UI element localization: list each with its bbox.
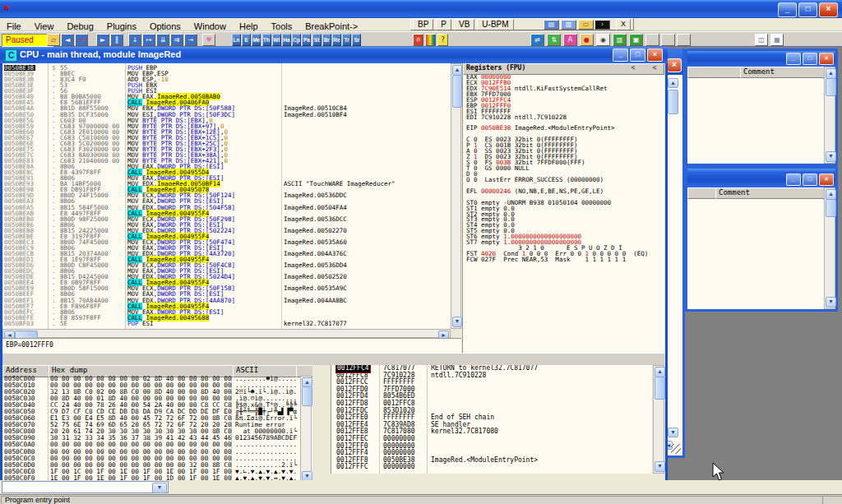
menu-item-help[interactable]: Help: [233, 20, 265, 31]
toolbar-blank-button[interactable]: [661, 34, 675, 46]
scroll-up-icon[interactable]: ▲: [668, 78, 678, 88]
cpu-window-titlebar[interactable]: C CPU - main thread, module ImageRed _ □…: [0, 47, 668, 63]
toolbar-button-e[interactable]: E: [242, 34, 251, 46]
toolbar-button-th[interactable]: Th: [262, 34, 271, 46]
go-back-icon[interactable]: ◄: [61, 34, 74, 46]
window-doc-icon[interactable]: ▤: [544, 20, 559, 30]
panel-layout-icon[interactable]: ◫: [755, 34, 768, 46]
execute-till-return-icon[interactable]: →: [184, 34, 197, 46]
toolbar-button-pa[interactable]: Pa: [302, 34, 311, 46]
toolbar-button-br[interactable]: Br: [322, 34, 331, 46]
minimize-button[interactable]: _: [786, 173, 801, 186]
comment-window-top-titlebar[interactable]: _ □ ×: [687, 51, 835, 67]
registers-pane[interactable]: Registers (FPU) < < EAX 00000000ECX 0012…: [462, 63, 664, 353]
scrollbar-thumb[interactable]: [668, 90, 678, 114]
dump-scrollbar[interactable]: ▲ ▼: [300, 376, 312, 483]
toolbar-blank-button[interactable]: [645, 34, 659, 46]
minimize-button[interactable]: _: [778, 2, 797, 17]
pane-arrow-icon[interactable]: <: [649, 64, 660, 72]
disassembly-pane[interactable]: 0050BE38$55PUSH EBP0050BE39.8BECMOV EBP,…: [2, 63, 451, 329]
memory-dump-pane[interactable]: AddressHex dumpASCII 0050C00000 00 00 00…: [2, 365, 312, 488]
toolbar-button-re[interactable]: Re: [332, 34, 341, 46]
pane-arrow-icon[interactable]: <: [627, 64, 639, 72]
stack-row[interactable]: 0012FFC47C817077RETURN to kernel32.7C817…: [331, 365, 652, 372]
menu-item-options[interactable]: Options: [143, 20, 187, 31]
help-icon[interactable]: ?: [437, 34, 448, 46]
register-line[interactable]: FCW 027F Prec NEAR,53 Mask 1 1 1 1 1 1: [463, 257, 664, 263]
menu-item-window[interactable]: Window: [187, 20, 233, 31]
bp-toolbar-button-bp[interactable]: BP: [413, 19, 433, 30]
disassembly-scrollbar[interactable]: ▲ ▼: [451, 63, 461, 329]
column-header-comment[interactable]: Comment: [740, 67, 828, 78]
toolbar-blank-button[interactable]: [677, 34, 691, 46]
bp-toolbar-button-vb[interactable]: VB: [454, 19, 474, 30]
stack-row[interactable]: 0012FFF000000000: [331, 443, 652, 451]
restart-icon[interactable]: ♥: [202, 34, 215, 46]
minimize-button[interactable]: _: [613, 49, 628, 62]
menu-item-plugins[interactable]: Plugins: [100, 20, 143, 31]
animate-over-icon[interactable]: ⇉: [170, 34, 183, 46]
register-line[interactable]: T 0 GS 0000 NULL: [463, 166, 664, 172]
appearance-icon[interactable]: [425, 34, 436, 46]
notepad-icon[interactable]: ▥: [561, 20, 576, 30]
maximize-button[interactable]: □: [803, 53, 817, 65]
toolbar-button-ln[interactable]: Ln: [232, 34, 241, 46]
step-into-icon[interactable]: ↓: [128, 34, 141, 46]
stack-row[interactable]: 0012FFD07FFD7000: [331, 386, 652, 394]
toolbar-button-tr[interactable]: Tr: [342, 34, 351, 46]
toolbar-button-me[interactable]: Me: [252, 34, 261, 46]
close-program-icon[interactable]: ×: [75, 34, 88, 46]
title-bar[interactable]: * _ □ ×: [0, 0, 842, 18]
stack-row[interactable]: 0012FFFC00000000: [331, 464, 652, 471]
console-icon[interactable]: ›: [594, 20, 610, 30]
close-button[interactable]: ×: [647, 49, 663, 62]
hidden-window-close-button[interactable]: ×: [667, 58, 682, 72]
comment-window-bottom[interactable]: _ □ × Comment ▲ ▼: [685, 166, 838, 312]
bp-toolbar-close-button[interactable]: X: [616, 19, 631, 30]
close-button[interactable]: ×: [819, 173, 834, 186]
record-icon[interactable]: ●: [580, 34, 594, 46]
stack-pane[interactable]: 0012FFC47C817077RETURN to kernel32.7C817…: [331, 365, 652, 474]
swap-panes-icon[interactable]: ⇄: [530, 34, 544, 46]
bp-toolbar-button-p[interactable]: P: [436, 19, 451, 30]
update-icon[interactable]: ⇅: [547, 34, 561, 46]
restore-button[interactable]: □: [798, 2, 817, 17]
step-over-icon[interactable]: ↦: [142, 34, 155, 46]
toolbar-button-cp[interactable]: Cp: [292, 34, 301, 46]
stack-row[interactable]: 0012FFEC00000000: [331, 436, 652, 443]
column-header-blank[interactable]: [687, 67, 744, 78]
register-line[interactable]: O 0 LastErr ERROR_SUCCESS (00000000): [463, 178, 664, 183]
open-folder-icon[interactable]: ▭: [578, 20, 594, 30]
menu-item-file[interactable]: File: [0, 20, 28, 31]
command-combobox[interactable]: ▼: [2, 481, 169, 493]
info-pane[interactable]: EBP=0012FFF0: [2, 338, 461, 353]
disasm-row[interactable]: 0050BEFE.E8 8597F8FFCALL ImageRed.004956…: [2, 315, 451, 321]
disassembly-hscrollbar[interactable]: ◄ ►: [2, 329, 451, 338]
registers-header[interactable]: Registers (FPU) < <: [463, 63, 664, 75]
toolbar-button-wi[interactable]: Wi: [272, 34, 281, 46]
scroll-down-icon[interactable]: ▼: [668, 428, 678, 437]
animate-into-icon[interactable]: ⇊: [156, 34, 169, 46]
spiral-icon[interactable]: ◉: [596, 34, 610, 46]
open-file-icon[interactable]: ▱: [47, 34, 60, 46]
options-gear-icon[interactable]: ☼: [413, 34, 423, 46]
maximize-button[interactable]: □: [803, 173, 817, 186]
binary-icon[interactable]: ▥: [613, 34, 627, 46]
register-line[interactable]: EIP 0050BE38 ImageRed.<ModuleEntryPoint>: [463, 126, 664, 132]
register-line[interactable]: EFL 00000246 (NO,NB,E,BE,NS,PE,GE,LE): [463, 189, 664, 195]
ascii-table-icon[interactable]: A: [563, 34, 577, 46]
resize-grip[interactable]: [671, 444, 681, 454]
maximize-button[interactable]: □: [630, 49, 645, 62]
stack-row[interactable]: 0012FFCCFFFFFFFF: [331, 379, 652, 386]
stack-row[interactable]: 0012FFD80012FFC8: [331, 400, 652, 408]
stack-row[interactable]: 0012FFE0FFFFFFFFEnd of SEH chain: [331, 414, 652, 422]
menu-item-tools[interactable]: Tools: [265, 20, 299, 31]
stack-row[interactable]: 0012FFD48054B6ED: [331, 393, 652, 400]
toolbar-button-sr[interactable]: Sr: [352, 34, 361, 46]
menu-item-debug[interactable]: Debug: [60, 20, 99, 31]
bp-toolbar-button-u-bpm[interactable]: U-BPM: [477, 19, 513, 30]
stack-scrollbar[interactable]: ▲ ▼: [653, 365, 664, 474]
pause-icon[interactable]: ‖: [110, 34, 123, 46]
stack-row[interactable]: 0012FFF80050BE38ImageRed.<ModuleEntryPoi…: [331, 457, 652, 465]
register-line[interactable]: EDI 7C910228 ntdll.7C910228: [463, 115, 664, 121]
